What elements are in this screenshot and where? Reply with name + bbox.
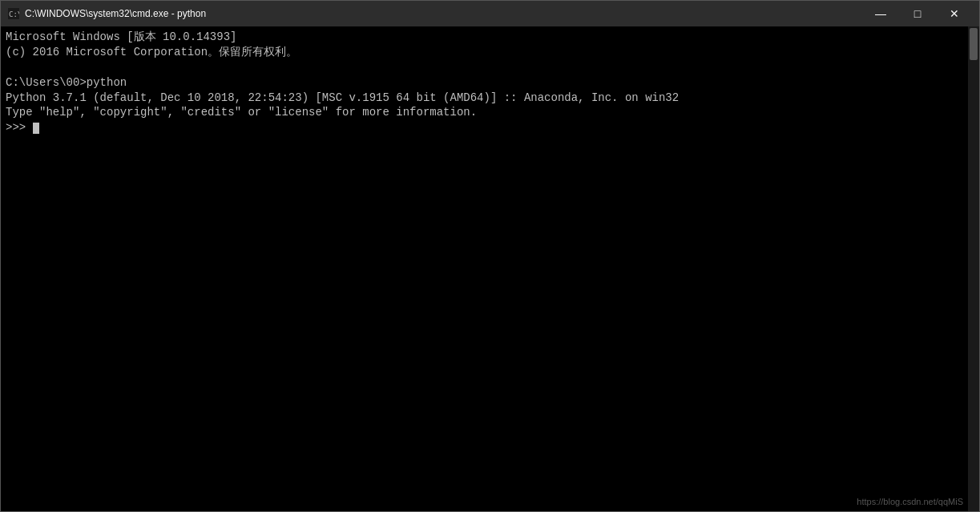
watermark: https://blog.csdn.net/qqMiS <box>857 497 963 506</box>
console-line-1: Microsoft Windows [版本 10.0.14393] <box>6 30 974 45</box>
cmd-window: C:\ C:\WINDOWS\system32\cmd.exe - python… <box>0 0 980 512</box>
scrollbar[interactable] <box>968 26 979 511</box>
console-prompt-line: >>> <box>6 120 974 135</box>
window-controls: — □ ✕ <box>862 1 973 26</box>
window-title: C:\WINDOWS\system32\cmd.exe - python <box>25 8 862 19</box>
close-button[interactable]: ✕ <box>936 1 973 26</box>
window-icon: C:\ <box>7 7 20 20</box>
console-line-2: (c) 2016 Microsoft Corporation。保留所有权利。 <box>6 45 974 60</box>
console-line-3 <box>6 60 974 75</box>
scrollbar-thumb[interactable] <box>970 28 978 60</box>
console-line-6: Type "help", "copyright", "credits" or "… <box>6 105 974 120</box>
minimize-button[interactable]: — <box>862 1 899 26</box>
maximize-button[interactable]: □ <box>899 1 936 26</box>
svg-text:C:\: C:\ <box>9 10 19 18</box>
console-line-4: C:\Users\00>python <box>6 75 974 91</box>
console-line-5: Python 3.7.1 (default, Dec 10 2018, 22:5… <box>6 91 974 106</box>
title-bar: C:\ C:\WINDOWS\system32\cmd.exe - python… <box>1 1 979 26</box>
cursor <box>33 123 39 134</box>
console-area[interactable]: Microsoft Windows [版本 10.0.14393] (c) 20… <box>1 26 979 511</box>
